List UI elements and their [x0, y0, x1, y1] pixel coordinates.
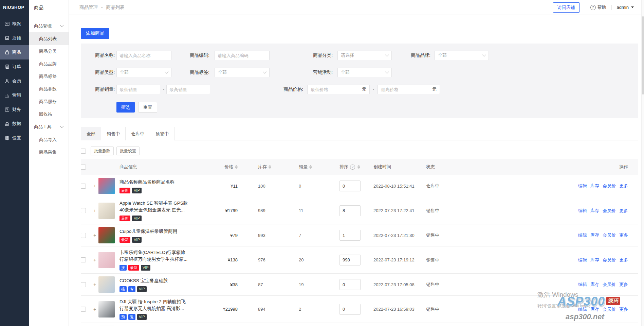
sidebar-item-shop[interactable]: 店铺 — [0, 31, 29, 45]
member-price-link[interactable]: 会员价 — [603, 183, 616, 189]
edit-link[interactable]: 编辑 — [578, 183, 587, 189]
more-link[interactable]: 更多 — [619, 281, 628, 288]
status-tab[interactable]: 销售中 — [101, 127, 126, 140]
filter-submit-button[interactable]: 筛选 — [116, 102, 135, 113]
sort-order-input[interactable] — [339, 230, 361, 241]
row-checkbox[interactable] — [81, 307, 86, 312]
visit-shop-button[interactable]: 访问店铺 — [553, 2, 580, 13]
submenu-item-product-category[interactable]: 商品分类 — [29, 45, 69, 57]
member-price-link[interactable]: 会员价 — [603, 281, 616, 288]
expand-row-button[interactable]: + — [91, 282, 98, 287]
help-menu[interactable]: ? 帮助 — [590, 4, 606, 11]
question-circle-icon[interactable]: ? — [350, 165, 355, 170]
stock-link[interactable]: 库存 — [590, 232, 599, 238]
status-tab[interactable]: 全部 — [81, 127, 101, 140]
min-price-input[interactable] — [311, 87, 362, 92]
product-code-input[interactable] — [215, 51, 270, 60]
member-price-link[interactable]: 会员价 — [603, 232, 616, 238]
status-tab[interactable]: 预警中 — [150, 127, 174, 140]
submenu-item-product-service[interactable]: 商品服务 — [29, 95, 69, 108]
sidebar-item-member[interactable]: 会员 — [0, 74, 29, 88]
product-name-input[interactable] — [116, 51, 171, 60]
submenu-item-product-list[interactable]: 商品列表 — [29, 32, 69, 45]
submenu-group-product-manage[interactable]: 商品管理 — [29, 19, 69, 32]
brand-select[interactable]: 全部 — [435, 51, 489, 60]
more-link[interactable]: 更多 — [619, 306, 628, 312]
member-price-link[interactable]: 会员价 — [603, 257, 616, 263]
member-price-link[interactable]: 会员价 — [603, 208, 616, 214]
stock-link[interactable]: 库存 — [590, 257, 599, 263]
sidebar-item-settings[interactable]: 设置 — [0, 131, 29, 145]
submenu-group-product-tools[interactable]: 商品工具 — [29, 120, 69, 133]
sort-order-input[interactable] — [339, 205, 361, 216]
column-sales[interactable]: 销量 — [299, 164, 339, 170]
sort-carets-icon[interactable] — [269, 165, 271, 169]
sort-carets-icon[interactable] — [357, 165, 360, 169]
sort-order-input[interactable] — [339, 304, 361, 315]
edit-link[interactable]: 编辑 — [578, 208, 587, 214]
stock-link[interactable]: 库存 — [590, 208, 599, 214]
status-badge: 销售中 — [426, 232, 471, 238]
breadcrumb-separator: - — [101, 5, 103, 10]
max-price-input[interactable] — [381, 87, 432, 92]
activity-select[interactable]: 全部 — [337, 68, 392, 77]
category-select[interactable]: 请选择 — [337, 51, 392, 60]
member-price-link[interactable]: 会员价 — [603, 306, 616, 312]
max-sales-input[interactable] — [166, 85, 210, 94]
sort-order-input[interactable] — [339, 181, 361, 191]
expand-row-button[interactable]: + — [91, 233, 98, 238]
tag-select[interactable]: 全部 — [215, 68, 270, 77]
sidebar-item-order[interactable]: 订单 — [0, 59, 29, 74]
scrollbar-thumb[interactable] — [642, 16, 644, 95]
row-checkbox[interactable] — [81, 184, 86, 189]
sidebar-item-overview[interactable]: 概况 — [0, 17, 29, 31]
more-link[interactable]: 更多 — [619, 232, 628, 238]
edit-link[interactable]: 编辑 — [578, 257, 587, 263]
add-product-button[interactable]: 添加商品 — [81, 28, 109, 39]
header-checkbox[interactable] — [81, 165, 86, 170]
sidebar-item-finance[interactable]: 财务 — [0, 102, 29, 117]
column-stock[interactable]: 库存 — [238, 164, 299, 170]
column-price[interactable]: 价格 — [204, 164, 238, 170]
edit-link[interactable]: 编辑 — [578, 281, 587, 288]
stock-link[interactable]: 库存 — [590, 306, 599, 312]
row-checkbox[interactable] — [81, 208, 86, 213]
sidebar-item-product[interactable]: 商品 — [0, 45, 29, 59]
submenu-item-product-tag[interactable]: 商品标签 — [29, 70, 69, 83]
stock-link[interactable]: 库存 — [590, 281, 599, 288]
sidebar-item-data[interactable]: 数据 — [0, 117, 29, 131]
stock-link[interactable]: 库存 — [590, 183, 599, 189]
min-sales-input[interactable] — [116, 85, 160, 94]
edit-link[interactable]: 编辑 — [578, 232, 587, 238]
submenu-item-recycle-bin[interactable]: 回收站 — [29, 108, 69, 120]
submenu-item-product-collect[interactable]: 商品采集 — [29, 146, 69, 158]
breadcrumb-parent[interactable]: 商品管理 — [79, 4, 98, 11]
expand-row-button[interactable]: + — [91, 208, 98, 213]
row-checkbox[interactable] — [81, 233, 86, 238]
expand-row-button[interactable]: + — [91, 307, 98, 312]
expand-row-button[interactable]: + — [91, 183, 98, 189]
row-checkbox[interactable] — [81, 282, 86, 287]
more-link[interactable]: 更多 — [619, 257, 628, 263]
filter-reset-button[interactable]: 重置 — [138, 102, 157, 113]
submenu-item-product-param[interactable]: 商品参数 — [29, 83, 69, 95]
status-tab[interactable]: 仓库中 — [125, 127, 150, 140]
edit-link[interactable]: 编辑 — [578, 306, 587, 312]
expand-row-button[interactable]: + — [91, 257, 98, 263]
sort-carets-icon[interactable] — [309, 165, 312, 169]
sort-carets-icon[interactable] — [235, 165, 238, 169]
sort-order-input[interactable] — [339, 255, 361, 265]
submenu-item-product-brand[interactable]: 商品品牌 — [29, 57, 69, 70]
batch-delete-button[interactable]: 批量删除 — [91, 147, 114, 155]
column-sort[interactable]: 排序 ? — [339, 164, 373, 170]
batch-setting-button[interactable]: 批量设置 — [116, 147, 140, 155]
row-checkbox[interactable] — [81, 257, 86, 262]
submenu-item-product-import[interactable]: 商品导入 — [29, 133, 69, 146]
type-select[interactable]: 全部 — [116, 68, 171, 77]
sort-order-input[interactable] — [339, 279, 361, 290]
more-link[interactable]: 更多 — [619, 208, 628, 214]
select-all-checkbox[interactable] — [81, 149, 86, 154]
more-link[interactable]: 更多 — [619, 183, 628, 189]
user-menu[interactable]: admin — [617, 5, 634, 10]
sidebar-item-marketing[interactable]: 营销 — [0, 88, 29, 102]
